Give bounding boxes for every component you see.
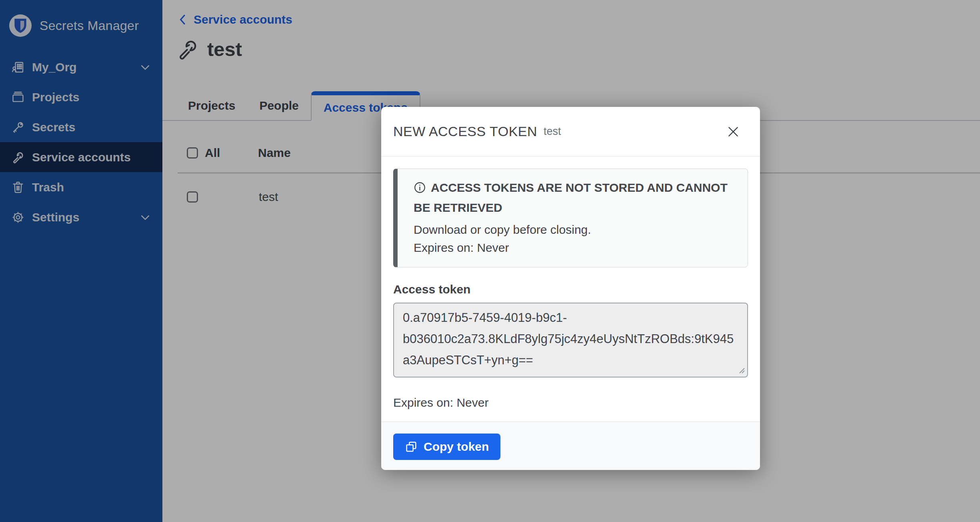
copy-token-label: Copy token [424, 440, 489, 454]
expires-on-text: Expires on: Never [393, 396, 748, 410]
warning-line-2: Expires on: Never [414, 239, 733, 257]
warning-line-1: Download or copy before closing. [414, 221, 733, 239]
new-access-token-modal: NEW ACCESS TOKEN test ACCESS TOKENS ARE … [381, 107, 760, 470]
info-icon [414, 181, 426, 199]
copy-token-button[interactable]: Copy token [393, 434, 500, 460]
access-token-label: Access token [393, 283, 748, 296]
modal-subtitle: test [544, 125, 561, 138]
warning-heading: ACCESS TOKENS ARE NOT STORED AND CANNOT … [414, 179, 733, 217]
modal-header: NEW ACCESS TOKEN test [381, 107, 760, 157]
warning-body: Download or copy before closing. Expires… [414, 221, 733, 257]
modal-footer: Copy token [381, 422, 760, 470]
warning-heading-text: ACCESS TOKENS ARE NOT STORED AND CANNOT … [414, 181, 728, 214]
access-token-textarea[interactable]: 0.a70917b5-7459-4019-b9c1-b036010c2a73.8… [393, 303, 748, 377]
close-button[interactable] [725, 123, 742, 140]
modal-title: NEW ACCESS TOKEN [393, 124, 537, 139]
modal-body: ACCESS TOKENS ARE NOT STORED AND CANNOT … [381, 157, 760, 422]
warning-callout: ACCESS TOKENS ARE NOT STORED AND CANNOT … [393, 169, 748, 267]
copy-icon [405, 440, 418, 453]
close-icon [726, 125, 740, 139]
token-field-wrap: 0.a70917b5-7459-4019-b9c1-b036010c2a73.8… [393, 303, 748, 379]
